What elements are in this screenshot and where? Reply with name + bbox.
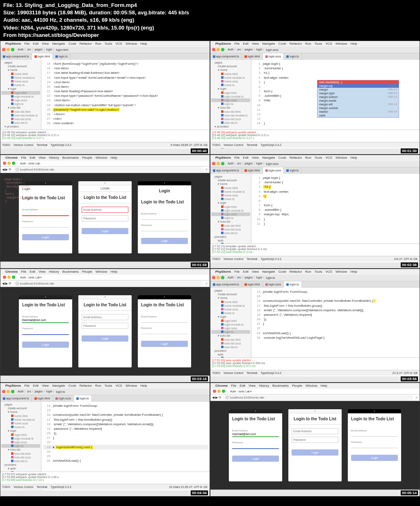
timestamp: 00:00:40: [191, 148, 208, 153]
maximize-icon[interactable]: [11, 48, 14, 51]
login-button[interactable]: Login: [22, 234, 69, 240]
breadcrumb[interactable]: Auth 〉src 〉pages 〉login 〉: [18, 48, 56, 52]
thumb-6: PhpStormFileEditViewNavigateCodeRefactor…: [210, 269, 420, 383]
minimize-icon[interactable]: [7, 48, 10, 51]
terminal[interactable]: [13:48:29] webpack update started ...[13…: [0, 130, 210, 142]
thumbnail-grid: PhpStormFileEditViewNavigateCodeRefactor…: [0, 41, 420, 497]
status-bar: TODOVersion ControlTerminalTypeScript 2.…: [0, 142, 210, 148]
close-icon[interactable]: [2, 48, 5, 51]
thumb-4: PhpStormFileEditViewNavigateCodeRefactor…: [210, 155, 420, 269]
autocomplete-popup[interactable]: max-resolution(...) margin-topCSS 1.0 ma…: [317, 80, 399, 118]
browser-tab[interactable]: Auth - Ionic Lab: [20, 162, 40, 165]
thumb-8: ChromeFileEditViewHistoryBookmarksPeople…: [210, 383, 420, 497]
thumb-2: PhpStormFileEditViewNavigateCodeRefactor…: [210, 41, 420, 155]
thumb-3: ChromeFileEditViewHistoryBookmarksPeople…: [0, 155, 210, 269]
address-bar[interactable]: ◀ ▶ ⟳ ⓘ localhost:8100/ionic-lab ☆: [0, 166, 210, 173]
editor-tabs[interactable]: app.component.tslogin.htmllogin.ts: [0, 53, 210, 60]
phone-windows[interactable]: • Login Login to the Todo List Email Add…: [138, 181, 191, 253]
window-toolbar: Auth 〉src 〉pages 〉login 〉login.html: [0, 47, 210, 53]
thumb-7: PhpStormFileEditViewNavigateCodeRefactor…: [0, 383, 210, 497]
menubar[interactable]: PhpStormFileEditViewNavigateCodeRefactor…: [0, 41, 210, 47]
thumb-1: PhpStormFileEditViewNavigateCodeRefactor…: [0, 41, 210, 155]
phone-ios[interactable]: • LOGIN Login to the Todo List Login: [78, 181, 132, 253]
thumb-5: ChromeFileEditViewHistoryBookmarksPeople…: [0, 269, 210, 383]
email-field[interactable]: [22, 211, 69, 216]
media-info-header: File: 13. Styling_and_Logging_Data_from_…: [0, 0, 420, 41]
password-field[interactable]: [22, 223, 69, 228]
ionic-lab-preview: page-login { .formHolder { text-align:ce…: [0, 173, 210, 262]
